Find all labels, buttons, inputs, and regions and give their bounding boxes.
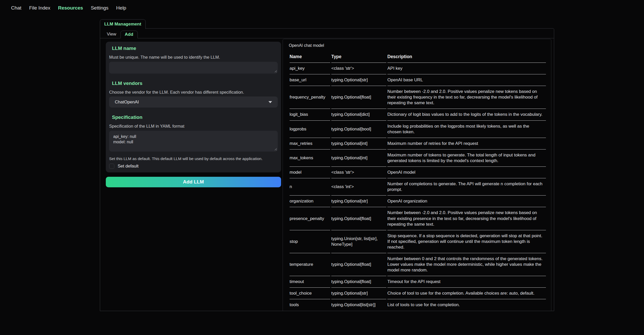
add-llm-button[interactable]: Add LLM	[106, 177, 281, 187]
vendor-select[interactable]: ChatOpenAI	[109, 96, 278, 108]
table-row: logit_biastyping.Optional[dict]Dictionar…	[290, 109, 546, 120]
nav-item-chat[interactable]: Chat	[11, 5, 21, 11]
table-row: n<class 'int'>Number of completions to g…	[290, 178, 546, 196]
param-type-cell: typing.Optional[int]	[331, 138, 386, 149]
param-type-cell: typing.Optional[str]	[331, 196, 386, 207]
spec-table: NameTypeDescription api_key<class 'str'>…	[289, 52, 547, 311]
param-description-cell: OpenAI organization	[387, 196, 546, 207]
table-row: logprobstyping.Optional[bool]Include log…	[290, 121, 546, 138]
param-name-cell: frequency_penalty	[290, 86, 330, 109]
param-name-cell: temperature	[290, 253, 330, 276]
table-row: temperaturetyping.Optional[float]Number …	[290, 253, 546, 276]
column-header: Description	[387, 52, 546, 63]
llm-name-title: LLM name	[112, 46, 278, 51]
table-header-row: NameTypeDescription	[290, 52, 546, 63]
param-type-cell: <class 'int'>	[331, 178, 386, 196]
param-description-cell: OpenAI model	[387, 167, 546, 178]
chevron-down-icon	[268, 101, 272, 103]
table-row: timeouttyping.Optional[float]Timeout for…	[290, 276, 546, 288]
form-card: LLM name Must be unique. The name will b…	[106, 42, 281, 172]
param-type-cell: <class 'str'>	[331, 63, 386, 74]
param-description-cell: Dictionary of logit bias values to add t…	[387, 109, 546, 120]
param-name-cell: base_url	[290, 74, 330, 86]
nav-item-help[interactable]: Help	[116, 5, 126, 11]
spec-table-body: api_key<class 'str'>API keybase_urltypin…	[290, 63, 546, 311]
param-description-cell: API key	[387, 63, 546, 74]
param-name-cell: tools	[290, 299, 330, 311]
param-description-cell: List of tools to use for the completion.	[387, 299, 546, 311]
column-header: Name	[290, 52, 330, 63]
column-header: Type	[331, 52, 386, 63]
param-description-cell: Timeout for the API request	[387, 276, 546, 288]
table-row: stoptyping.Union[str, list[str], NoneTyp…	[290, 230, 546, 253]
param-description-cell: Number between 0 and 2 that controls the…	[387, 253, 546, 276]
param-name-cell: organization	[290, 196, 330, 207]
param-description-cell: Number between -2.0 and 2.0. Positive va…	[387, 86, 546, 109]
tab-llm-management[interactable]: LLM Management	[100, 19, 146, 29]
tab-llm-management-label: LLM Management	[104, 22, 141, 27]
param-type-cell: typing.Optional[float]	[331, 86, 386, 109]
set-default-label: Set default	[118, 164, 138, 169]
set-default-checkbox[interactable]	[109, 164, 114, 169]
table-row: tool_choicetyping.Optional[str]Choice of…	[290, 288, 546, 299]
add-llm-form: LLM name Must be unique. The name will b…	[106, 42, 281, 187]
param-name-cell: max_tokens	[290, 149, 330, 167]
tab-view-label: View	[107, 32, 116, 37]
top-navigation: ChatFile IndexResourcesSettingsHelp	[0, 0, 644, 11]
llm-vendors-description: Choose the vendor for the LLM. Each vend…	[109, 90, 278, 95]
param-name-cell: max_retries	[290, 138, 330, 149]
param-name-cell: model	[290, 167, 330, 178]
param-description-cell: OpenAI base URL	[387, 74, 546, 86]
param-description-cell: Include log probabilities on the logprob…	[387, 121, 546, 138]
param-name-cell: stop	[290, 230, 330, 253]
param-description-cell: Choice of tool to use for the completion…	[387, 288, 546, 299]
param-type-cell: typing.Optional[bool]	[331, 121, 386, 138]
table-row: base_urltyping.Optional[str]OpenAI base …	[290, 74, 546, 86]
vendor-select-value: ChatOpenAI	[115, 100, 139, 105]
tab-add-label: Add	[125, 32, 133, 37]
view-add-tab-bar: View Add	[100, 31, 554, 38]
param-type-cell: typing.Optional[dict]	[331, 109, 386, 120]
specification-description: Specification of the LLM in YAML format	[109, 124, 278, 129]
param-description-cell: Maximum number of tokens to generate. Th…	[387, 149, 546, 167]
param-description-cell: Number of completions to generate. The A…	[387, 178, 546, 196]
nav-item-file-index[interactable]: File Index	[29, 5, 50, 11]
param-type-cell: typing.Optional[int]	[331, 149, 386, 167]
table-row: max_tokenstyping.Optional[int]Maximum nu…	[290, 149, 546, 167]
specification-input[interactable]: api_key: null model: null	[109, 131, 278, 152]
param-type-cell: typing.Union[str, list[str], NoneType]	[331, 230, 386, 253]
llm-name-input[interactable]	[109, 62, 278, 74]
param-name-cell: presence_penalty	[290, 207, 330, 230]
table-row: toolstyping.Optional[list[str]]List of t…	[290, 299, 546, 311]
add-llm-button-label: Add LLM	[183, 179, 204, 185]
table-row: max_retriestyping.Optional[int]Maximum n…	[290, 138, 546, 149]
table-row: organizationtyping.Optional[str]OpenAI o…	[290, 196, 546, 207]
param-name-cell: logprobs	[290, 121, 330, 138]
param-type-cell: typing.Optional[str]	[331, 288, 386, 299]
table-row: model<class 'str'>OpenAI model	[290, 167, 546, 178]
param-type-cell: typing.Optional[float]	[331, 276, 386, 288]
set-default-description: Set this LLM as default. This default LL…	[109, 156, 278, 161]
nav-item-resources[interactable]: Resources	[58, 5, 83, 11]
tab-add[interactable]: Add	[120, 31, 138, 38]
table-row: presence_penaltytyping.Optional[float]Nu…	[290, 207, 546, 230]
vendor-spec-panel: OpenAI chat model NameTypeDescription ap…	[283, 39, 551, 311]
param-name-cell: logit_bias	[290, 109, 330, 120]
param-type-cell: typing.Optional[float]	[331, 207, 386, 230]
table-row: frequency_penaltytyping.Optional[float]N…	[290, 86, 546, 109]
param-name-cell: n	[290, 178, 330, 196]
param-name-cell: api_key	[290, 63, 330, 74]
tab-view[interactable]: View	[103, 30, 120, 38]
nav-item-settings[interactable]: Settings	[91, 5, 109, 11]
param-name-cell: timeout	[290, 276, 330, 288]
param-description-cell: Number between -2.0 and 2.0. Positive va…	[387, 207, 546, 230]
table-row: api_key<class 'str'>API key	[290, 63, 546, 74]
llm-vendors-title: LLM vendors	[112, 81, 278, 86]
spec-panel-title: OpenAI chat model	[289, 43, 548, 48]
param-name-cell: tool_choice	[290, 288, 330, 299]
param-type-cell: typing.Optional[float]	[331, 253, 386, 276]
param-description-cell: Stop sequence. If a stop sequence is det…	[387, 230, 546, 253]
param-type-cell: <class 'str'>	[331, 167, 386, 178]
param-description-cell: Maximum number of retries for the API re…	[387, 138, 546, 149]
llm-name-description: Must be unique. The name will be used to…	[109, 55, 278, 60]
